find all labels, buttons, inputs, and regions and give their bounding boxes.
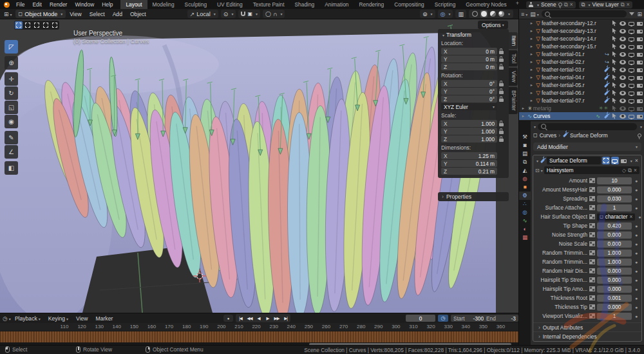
workspace-tab-modeling[interactable]: Modeling	[147, 0, 180, 9]
animate-dot-icon[interactable]: ●	[634, 233, 639, 237]
editor-type-icon[interactable]: ⊞▾	[4, 11, 12, 17]
prev-keyframe-button[interactable]: ◀◀	[245, 315, 254, 322]
eye-icon[interactable]	[620, 75, 626, 80]
eye-icon[interactable]	[620, 44, 626, 49]
rotate-tool-icon[interactable]: ↻	[5, 86, 18, 100]
chevron-down-icon[interactable]: ▾	[534, 124, 536, 129]
attribute-toggle-icon[interactable]	[589, 223, 595, 228]
viewport-hide-icon[interactable]	[629, 30, 634, 34]
animate-dot-icon[interactable]: ●	[634, 206, 639, 210]
modifier-panel-header[interactable]: ▾ Surface Deform ▾ ×	[533, 155, 641, 166]
new-layer-icon[interactable]: ⧉	[621, 1, 625, 8]
render-hide-icon[interactable]	[637, 45, 643, 49]
tool-properties-tab[interactable]: ⚒	[519, 133, 531, 141]
attribute-toggle-icon[interactable]	[589, 304, 595, 310]
play-button[interactable]: ▶	[263, 315, 272, 322]
eye-icon[interactable]	[620, 106, 626, 111]
viewport-hide-icon[interactable]	[629, 115, 634, 119]
param-value-field[interactable]: 0.000	[597, 286, 632, 293]
workspace-tab-sculpting[interactable]: Sculpting	[180, 0, 212, 9]
texture-properties-tab[interactable]: ▦	[519, 233, 531, 242]
cursor-tool-icon[interactable]: ⊕	[5, 56, 18, 70]
selectable-icon[interactable]	[612, 36, 617, 42]
param-value-field[interactable]: 10	[597, 177, 632, 184]
snap-controls[interactable]: ▣▾	[238, 10, 260, 18]
animate-dot-icon[interactable]: ●	[634, 278, 639, 282]
close-icon[interactable]: ×	[629, 213, 632, 220]
annotate-tool-icon[interactable]: ✎	[5, 131, 18, 144]
workspace-tab-rendering[interactable]: Rendering	[354, 0, 390, 9]
eye-icon[interactable]	[620, 29, 626, 34]
animate-dot-icon[interactable]: ●	[634, 188, 639, 192]
render-hide-icon[interactable]	[637, 84, 643, 88]
workspace-tab-uv-editing[interactable]: UV Editing	[212, 0, 248, 9]
attribute-toggle-icon[interactable]	[589, 241, 595, 246]
options-button[interactable]: Options ▾	[478, 21, 508, 29]
node-group-name-field[interactable]: Hairsystem ◇ ⧉ ×	[544, 166, 639, 174]
attribute-toggle-icon[interactable]	[589, 286, 595, 291]
timeline-menu-view[interactable]: View	[72, 315, 91, 322]
outliner-row[interactable]: ▸▽feather-secondary-14.r	[519, 35, 644, 43]
param-value-field[interactable]: 1.000	[597, 259, 632, 266]
param-value-field[interactable]: 0.001	[597, 295, 632, 302]
outliner-row[interactable]: ▸✳metarig✳ ✳	[519, 104, 644, 112]
viewport-menu-select[interactable]: Select	[86, 11, 109, 17]
realtime-display-toggle[interactable]	[611, 157, 619, 164]
scale-x-field[interactable]: X1.000	[441, 120, 497, 127]
animate-dot-icon[interactable]: ●	[634, 296, 639, 300]
selectable-icon[interactable]	[612, 52, 617, 57]
material-properties-tab[interactable]: ◐	[519, 225, 531, 233]
modifier-name-field[interactable]: Surface Deform	[547, 157, 601, 164]
particles-properties-tab[interactable]: ∴	[519, 200, 531, 208]
selectable-icon[interactable]	[612, 75, 617, 81]
outliner-row[interactable]: ▸∿Curves∿	[519, 112, 644, 120]
next-keyframe-button[interactable]: ▶▶	[272, 315, 281, 322]
viewport-hide-icon[interactable]	[629, 84, 634, 88]
outliner-row[interactable]: ▸▽feather-secondary-13.r	[519, 27, 644, 35]
viewport-hide-icon[interactable]	[629, 107, 634, 111]
physics-properties-tab[interactable]: ◎	[519, 208, 531, 217]
transform-tool-icon[interactable]: ◉	[5, 115, 18, 128]
expand-icon[interactable]: ▸	[529, 83, 535, 88]
play-reverse-button[interactable]: ◀	[254, 315, 263, 322]
workspace-tab-scripting[interactable]: Scripting	[430, 0, 461, 9]
lock-icon[interactable]	[499, 139, 504, 142]
render-hide-icon[interactable]	[637, 61, 643, 64]
object-data-properties-tab[interactable]: ∿	[519, 217, 531, 225]
rotation-y-field[interactable]: Y0°	[441, 88, 497, 95]
param-value-field[interactable]: 1	[597, 204, 632, 211]
render-hide-icon[interactable]	[637, 76, 643, 80]
attribute-toggle-icon[interactable]	[589, 178, 595, 183]
animate-dot-icon[interactable]: ●	[634, 197, 639, 201]
viewport-menu-object[interactable]: Object	[126, 11, 150, 17]
expand-icon[interactable]: ▸	[529, 28, 535, 34]
render-display-toggle[interactable]	[620, 157, 628, 164]
rendered-shading-icon[interactable]	[498, 11, 504, 17]
snap-target-icon[interactable]: ▣	[247, 11, 252, 17]
rotation-mode-dropdown[interactable]: XYZ Euler▾	[441, 103, 506, 110]
render-hide-icon[interactable]	[637, 92, 643, 95]
param-value-field[interactable]: 1.000	[597, 250, 632, 257]
select-extend-icon[interactable]	[24, 21, 32, 29]
new-scene-icon[interactable]: ⧉	[564, 1, 568, 8]
gizmo-toggle[interactable]: ⊚▾	[420, 10, 435, 18]
breadcrumb-modifier[interactable]: Surface Deform	[570, 132, 608, 139]
selectable-icon[interactable]	[612, 67, 617, 73]
expand-icon[interactable]: ▸	[520, 106, 526, 111]
expand-icon[interactable]: ▸	[529, 21, 535, 26]
outliner-row[interactable]: ▸▽feather-tertial-07.r	[519, 97, 644, 104]
animate-dot-icon[interactable]: ●	[634, 242, 639, 246]
render-hide-icon[interactable]	[637, 53, 643, 57]
record-button[interactable]: ●	[223, 315, 233, 322]
new-collection-icon[interactable]: ⊞	[637, 11, 642, 17]
timeline-menu-keying[interactable]: Keying▾	[44, 315, 72, 322]
solid-shading-active[interactable]	[480, 10, 488, 17]
eye-icon[interactable]	[620, 37, 626, 41]
output-properties-tab[interactable]: ▤	[519, 150, 531, 158]
breadcrumb-object[interactable]: Curves	[540, 132, 557, 139]
jump-start-button[interactable]: |◀	[236, 315, 245, 322]
workspace-tab-compositing[interactable]: Compositing	[389, 0, 430, 9]
animate-dot-icon[interactable]: ●	[634, 314, 639, 319]
param-value-field[interactable]: 0.000	[597, 304, 632, 311]
node-tree-icon[interactable]: ⊡▾	[535, 168, 543, 173]
